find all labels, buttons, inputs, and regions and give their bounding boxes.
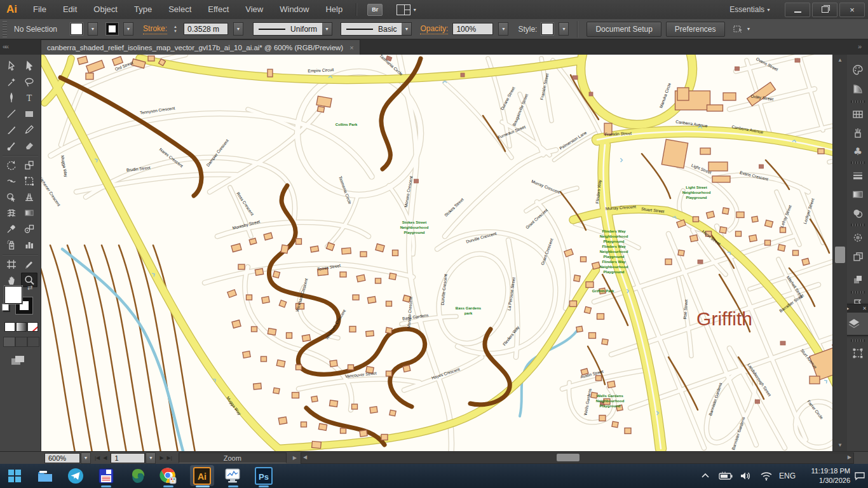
eraser-tool[interactable] (21, 138, 37, 152)
chrome-icon[interactable] (159, 466, 178, 485)
menu-edit[interactable]: Edit (55, 0, 85, 19)
style-swatch[interactable] (541, 23, 553, 35)
horizontal-scrollbar[interactable]: ◀ ▶ (301, 452, 854, 464)
scroll-up-icon[interactable]: ▲ (833, 57, 847, 63)
vertical-scroll-thumb[interactable] (835, 247, 845, 263)
status-display[interactable]: Zoom (179, 452, 287, 463)
paintbrush-tool[interactable] (3, 122, 20, 137)
symbols-panel-icon[interactable]: ♣ (847, 142, 868, 160)
brushes-panel-icon[interactable] (847, 124, 868, 142)
width-profile-select[interactable]: Uniform▼ (253, 22, 332, 36)
tab-close-icon[interactable]: × (349, 44, 353, 51)
opacity-dropdown-icon[interactable]: ▼ (498, 22, 508, 36)
artboard-dropdown-icon[interactable]: ▼ (146, 452, 156, 464)
rectangle-tool[interactable] (21, 106, 37, 121)
lasso-tool[interactable] (21, 74, 37, 89)
menu-effect[interactable]: Effect (200, 0, 237, 19)
fill-color-indicator[interactable] (4, 286, 22, 304)
preferences-button[interactable]: Preferences (666, 22, 725, 37)
gradient-tool[interactable] (21, 205, 37, 220)
gradient-mode-icon[interactable] (16, 322, 27, 332)
selection-tool[interactable] (3, 58, 20, 73)
tray-chevron-icon[interactable] (700, 464, 710, 488)
menu-object[interactable]: Object (85, 0, 126, 19)
symbol-sprayer-tool[interactable] (3, 237, 20, 252)
blend-tool[interactable] (21, 221, 37, 236)
artboard-tool[interactable] (3, 257, 20, 271)
menu-view[interactable]: View (237, 0, 271, 19)
width-tool[interactable] (3, 173, 20, 188)
draw-normal-icon[interactable] (3, 337, 15, 347)
fill-color-swatch[interactable] (71, 23, 83, 35)
system-monitor-icon[interactable] (224, 466, 243, 485)
scroll-right-icon[interactable]: ▶ (848, 454, 851, 460)
stroke-dropdown-icon[interactable]: ▼ (123, 22, 133, 36)
workspace-switcher[interactable]: Essentials ▼ (729, 5, 771, 14)
telegram-icon[interactable] (66, 466, 85, 485)
scroll-down-icon[interactable]: ▼ (833, 442, 847, 448)
opacity-field[interactable]: 100% (452, 23, 493, 35)
stroke-weight-field[interactable]: 0.3528 m (184, 23, 228, 35)
restore-button[interactable] (812, 3, 837, 17)
opacity-panel-link[interactable]: Opacity: (420, 24, 448, 34)
screen-mode-icon[interactable] (10, 355, 27, 370)
close-panel-icon[interactable]: ✕ (862, 306, 867, 311)
volume-icon[interactable] (740, 464, 752, 488)
floppy-app-icon[interactable] (97, 466, 116, 485)
artboard-number-field[interactable]: 1 (111, 453, 145, 463)
illustrator-taskbar-icon[interactable]: Ai (193, 466, 212, 485)
pencil-tool[interactable] (21, 122, 37, 137)
start-button[interactable] (5, 466, 24, 485)
document-tab[interactable]: canberra_shaded_relief_isolines_map_vect… (41, 39, 360, 55)
photoshop-icon[interactable]: Ps (254, 466, 273, 485)
transform-panel-icon[interactable] (847, 344, 868, 362)
zoom-level-field[interactable]: 600% (44, 453, 80, 463)
stroke-weight-stepper[interactable]: ▲▼ (172, 23, 179, 35)
next-artboard-icon[interactable]: ▶ (159, 455, 163, 461)
draw-behind-icon[interactable] (15, 337, 27, 347)
column-graph-tool[interactable] (21, 237, 37, 252)
file-explorer-icon[interactable] (36, 466, 55, 485)
collapse-left-dock-icon[interactable]: «« (3, 43, 8, 50)
collapse-right-dock-icon[interactable]: » (858, 43, 860, 50)
menu-type[interactable]: Type (126, 0, 160, 19)
menu-help[interactable]: Help (317, 0, 351, 19)
type-tool[interactable]: T (21, 90, 37, 105)
rotate-tool[interactable] (3, 158, 20, 172)
battery-icon[interactable] (718, 464, 733, 488)
direct-selection-tool[interactable] (21, 58, 37, 73)
last-artboard-icon[interactable]: ▶| (167, 455, 172, 461)
zoom-level-dropdown-icon[interactable]: ▼ (81, 452, 91, 464)
stroke-weight-dropdown-icon[interactable]: ▼ (233, 22, 243, 36)
none-mode-icon[interactable] (27, 322, 38, 332)
wifi-icon[interactable] (760, 464, 773, 488)
color-panel-icon[interactable] (847, 61, 868, 79)
graphic-styles-panel-icon[interactable] (847, 248, 868, 266)
close-button[interactable]: × (839, 3, 865, 17)
links-panel-icon[interactable] (847, 271, 868, 288)
color-mode-icon[interactable] (4, 322, 15, 332)
mesh-tool[interactable] (3, 205, 20, 220)
select-similar-icon[interactable]: ▼ (733, 24, 751, 34)
swatches-panel-icon[interactable] (847, 105, 868, 123)
status-expand-icon[interactable]: ▶ (293, 455, 297, 461)
style-dropdown-icon[interactable]: ▼ (559, 22, 569, 36)
bridge-icon[interactable]: Br (367, 4, 383, 16)
green-swirl-app-icon[interactable] (128, 466, 147, 485)
brush-definition-select[interactable]: Basic▼ (341, 22, 412, 36)
previous-artboard-icon[interactable]: ◀ (103, 455, 107, 461)
horizontal-scroll-thumb[interactable] (557, 454, 580, 461)
draw-inside-icon[interactable] (27, 337, 39, 347)
stroke-color-swatch[interactable] (106, 23, 118, 35)
document-setup-button[interactable]: Document Setup (587, 22, 661, 37)
scale-tool[interactable] (21, 158, 37, 172)
blob-brush-tool[interactable] (3, 138, 20, 152)
hand-tool[interactable] (3, 273, 20, 287)
appearance-panel-icon[interactable] (847, 229, 868, 247)
notification-center-icon[interactable] (854, 464, 865, 488)
line-segment-tool[interactable] (3, 106, 20, 121)
color-guide-panel-icon[interactable] (847, 80, 868, 98)
swap-fill-stroke-icon[interactable]: ⇄ (27, 284, 32, 291)
menu-window[interactable]: Window (271, 0, 317, 19)
slice-tool[interactable] (21, 257, 37, 271)
